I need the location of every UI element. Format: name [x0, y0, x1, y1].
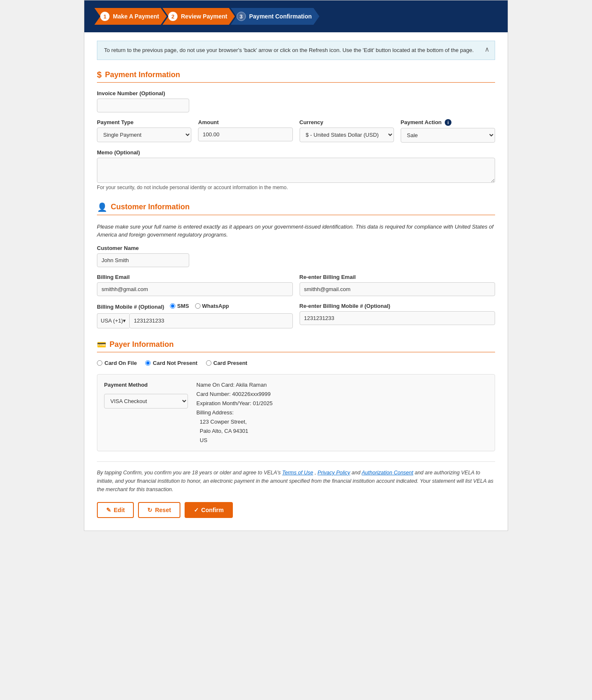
card-not-present-radio[interactable] [145, 360, 151, 366]
payment-action-label: Payment Action i [401, 119, 495, 126]
memo-textarea[interactable] [97, 158, 495, 183]
country-code-selector[interactable]: USA (+1) ▾ [97, 313, 129, 328]
legal-text-start: By tapping Confirm, you confirm you are … [97, 470, 282, 476]
payment-action-select[interactable]: Sale Auth Only [401, 128, 495, 143]
step-3-label: Payment Confirmation [249, 13, 312, 20]
country-dropdown-icon: ▾ [123, 317, 126, 324]
step-2[interactable]: 2 Review Payment [167, 8, 235, 25]
terms-of-use-link[interactable]: Terms of Use [282, 470, 313, 476]
step-1-number: 1 [100, 12, 110, 21]
re-billing-email-group: Re-enter Billing Email [300, 274, 496, 296]
whatsapp-label: WhatsApp [202, 303, 229, 309]
payer-information-section: 💳 Payer Information Card On File Card No… [97, 340, 495, 452]
memo-group: Memo (Optional) For your security, do no… [97, 149, 495, 190]
compliance-note: Please make sure your full name is enter… [97, 223, 495, 239]
check-icon: ✓ [194, 507, 199, 513]
billing-email-input[interactable] [97, 282, 293, 296]
payment-section-title: Payment Information [105, 70, 180, 79]
payer-section-title: Payer Information [110, 340, 174, 349]
edit-label: Edit [114, 507, 125, 513]
payment-information-section: $ Payment Information Invoice Number (Op… [97, 70, 495, 190]
card-name: Name On Card: Akila Raman [196, 380, 273, 390]
card-present-radio[interactable] [206, 360, 211, 366]
payer-section-header: 💳 Payer Information [97, 340, 495, 352]
sms-radio[interactable] [170, 303, 175, 309]
card-not-present-label: Card Not Present [153, 360, 197, 366]
edit-button[interactable]: ✎ Edit [97, 502, 134, 518]
edit-icon: ✎ [106, 507, 111, 513]
step-2-button[interactable]: 2 Review Payment [162, 8, 235, 25]
authorization-consent-link[interactable]: Authorization Consent [362, 470, 413, 476]
card-number: Card Number: 400226xxx9999 [196, 390, 273, 399]
card-on-file-option[interactable]: Card On File [97, 360, 137, 366]
billing-address-country: US [196, 436, 273, 445]
stepper-bar: 1 Make A Payment 2 Review Payment 3 Paym… [84, 0, 508, 32]
amount-input[interactable] [198, 128, 292, 141]
reset-icon: ↻ [147, 507, 152, 513]
banner-text: To return to the previous page, do not u… [104, 47, 474, 53]
card-on-file-radio[interactable] [97, 360, 102, 366]
email-row: Billing Email Re-enter Billing Email [97, 274, 495, 296]
payment-type-select[interactable]: Single Payment Recurring Payment [97, 128, 191, 142]
invoice-label: Invoice Number (Optional) [97, 90, 189, 96]
sms-radio-label[interactable]: SMS [170, 303, 189, 309]
step-2-number: 2 [168, 12, 177, 21]
dollar-icon: $ [97, 70, 102, 80]
collapse-button[interactable]: ∧ [485, 45, 490, 53]
re-billing-email-input[interactable] [300, 282, 496, 296]
confirm-button[interactable]: ✓ Confirm [185, 502, 233, 518]
mobile-input[interactable] [129, 313, 292, 328]
payment-method-label: Payment Method [104, 380, 188, 390]
reset-button[interactable]: ↻ Reset [138, 502, 180, 518]
country-code-value: USA (+1) [101, 317, 123, 324]
payer-columns: Payment Method VISA Checkout MasterCard … [104, 380, 488, 445]
payment-action-group: Payment Action i Sale Auth Only [401, 119, 495, 143]
card-on-file-label: Card On File [104, 360, 137, 366]
invoice-input[interactable] [97, 99, 189, 112]
card-present-option[interactable]: Card Present [206, 360, 248, 366]
info-banner: To return to the previous page, do not u… [97, 41, 495, 60]
amount-label: Amount [198, 119, 292, 125]
re-mobile-input[interactable] [300, 311, 496, 325]
mobile-options: Billing Mobile # (Optional) SMS WhatsApp [97, 303, 293, 311]
billing-address-line1: 123 Cowper Street, [196, 417, 273, 427]
payment-method-col: Payment Method VISA Checkout MasterCard … [104, 380, 188, 409]
reset-label: Reset [155, 507, 171, 513]
payer-radio-group: Card On File Card Not Present Card Prese… [97, 360, 495, 368]
legal-comma1: , [315, 470, 318, 476]
billing-mobile-group: Billing Mobile # (Optional) SMS WhatsApp [97, 303, 293, 328]
payment-section-header: $ Payment Information [97, 70, 495, 83]
currency-group: Currency $ - United States Dollar (USD) … [300, 119, 394, 143]
payment-action-info-icon[interactable]: i [445, 119, 451, 126]
credit-card-icon: 💳 [97, 340, 106, 349]
action-buttons: ✎ Edit ↻ Reset ✓ Confirm [97, 502, 495, 518]
step-1-label: Make A Payment [113, 13, 159, 20]
customer-name-input[interactable] [97, 253, 189, 267]
currency-label: Currency [300, 119, 394, 125]
sms-label: SMS [177, 303, 189, 309]
re-billing-email-label: Re-enter Billing Email [300, 274, 496, 280]
privacy-policy-link[interactable]: Privacy Policy [318, 470, 350, 476]
step-1[interactable]: 1 Make A Payment [94, 8, 167, 25]
billing-address-label: Billing Address: [196, 408, 273, 417]
memo-label: Memo (Optional) [97, 149, 495, 156]
card-not-present-option[interactable]: Card Not Present [145, 360, 197, 366]
whatsapp-radio-label[interactable]: WhatsApp [195, 303, 229, 309]
payer-info-box: Payment Method VISA Checkout MasterCard … [97, 374, 495, 452]
billing-email-group: Billing Email [97, 274, 293, 296]
customer-information-section: 👤 Customer Information Please make sure … [97, 202, 495, 328]
step-3[interactable]: 3 Payment Confirmation [235, 8, 319, 25]
payment-method-select[interactable]: VISA Checkout MasterCard American Expres… [104, 394, 188, 409]
customer-name-group: Customer Name [97, 245, 189, 267]
billing-address-line2: Palo Alto, CA 94301 [196, 427, 273, 436]
whatsapp-radio[interactable] [195, 303, 201, 309]
card-details-col: Name On Card: Akila Raman Card Number: 4… [196, 380, 273, 445]
step-3-button[interactable]: 3 Payment Confirmation [231, 8, 319, 25]
legal-text: By tapping Confirm, you confirm you are … [97, 461, 495, 494]
billing-email-label: Billing Email [97, 274, 293, 280]
phone-input-row: USA (+1) ▾ [97, 313, 293, 328]
step-1-button[interactable]: 1 Make A Payment [94, 8, 167, 25]
payment-type-group: Payment Type Single Payment Recurring Pa… [97, 119, 191, 143]
card-present-label: Card Present [214, 360, 248, 366]
currency-select[interactable]: $ - United States Dollar (USD) € - Euro … [300, 128, 394, 142]
